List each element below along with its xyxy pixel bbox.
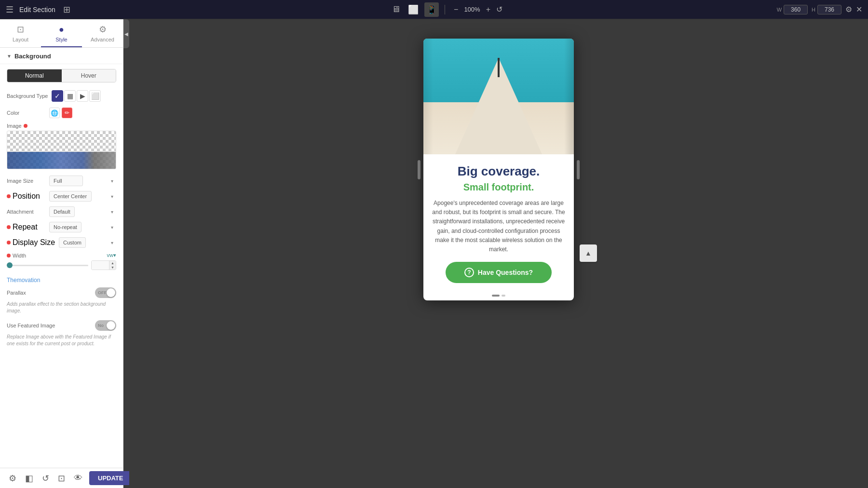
height-input-group: H (812, 5, 841, 14)
section-arrow-icon: ▼ (7, 54, 12, 59)
width-header: Width vw▾ (7, 252, 116, 258)
phone-preview: Big coverage. Small footprint. Apogee's … (423, 39, 574, 300)
repeat-wrapper: No-repeat Repeat Repeat-x Repeat-y (49, 222, 116, 232)
image-size-label: Image Size (7, 178, 45, 184)
tab-layout[interactable]: ⊡ Layout (0, 19, 41, 47)
parallax-toggle-knob (107, 288, 115, 297)
left-panel: ⊡ Layout ● Style ⚙ Advanced ▼ Background… (0, 19, 123, 488)
width-dot-indicator (7, 254, 11, 258)
update-button[interactable]: UPDATE (89, 471, 132, 485)
preview-subtitle: Small footprint. (432, 182, 565, 193)
position-select[interactable]: Center Center Top Left Top Right Bottom … (49, 191, 92, 202)
tablet-icon[interactable]: ⬜ (406, 2, 420, 17)
preview-body: Big coverage. Small footprint. Apogee's … (423, 154, 574, 291)
preview-cta-button[interactable]: ? Have Questions? (446, 262, 552, 283)
width-label: Width (13, 253, 26, 258)
style-tab-icon: ● (59, 25, 64, 35)
advanced-tab-label: Advanced (91, 37, 114, 42)
height-input[interactable] (817, 5, 841, 14)
image-label: Image (7, 123, 22, 129)
display-size-wrapper: Custom Auto Cover Contain (59, 237, 116, 248)
layers-bottom-icon[interactable]: ◧ (23, 471, 35, 486)
desktop-icon[interactable]: 🖥 (390, 2, 402, 16)
layout-tab-label: Layout (13, 37, 28, 42)
hamburger-icon[interactable]: ☰ (6, 4, 14, 15)
attachment-label: Attachment (7, 209, 45, 215)
bg-type-solid-button[interactable]: ✓ (52, 90, 63, 102)
position-label: Position (13, 192, 40, 201)
parallax-row: Parallax OFF (0, 285, 123, 300)
settings-icon[interactable]: ⚙ (845, 5, 852, 14)
position-label-group: Position (7, 192, 45, 201)
normal-state-button[interactable]: Normal (7, 69, 62, 82)
top-bar-left: ☰ Edit Section ⊞ (6, 4, 126, 15)
bg-type-icon-buttons: ✓ ▦ ▶ ⬜ (52, 90, 101, 102)
scroll-dot-2 (502, 295, 505, 297)
width-input-group: W (777, 5, 808, 14)
bg-type-gradient-button[interactable]: ▦ (64, 90, 76, 102)
image-size-wrapper: Full Large Medium Thumbnail (49, 176, 116, 186)
color-label: Color (7, 110, 45, 116)
tab-advanced[interactable]: ⚙ Advanced (82, 19, 123, 47)
color-picker-button[interactable]: ✏ (62, 108, 72, 118)
history-bottom-icon[interactable]: ↺ (40, 471, 51, 486)
background-type-label: Background Type (7, 93, 48, 99)
featured-image-helper-text: Replace Image above with the Featured Im… (0, 333, 123, 351)
width-up-arrow[interactable]: ▲ (109, 261, 116, 265)
scroll-dot-row (423, 291, 574, 300)
display-size-label: Display Size (13, 238, 55, 247)
zoom-out-button[interactable]: − (451, 4, 461, 15)
preview-bottom-icon[interactable]: 👁 (72, 471, 84, 485)
width-down-arrow[interactable]: ▼ (109, 265, 116, 270)
featured-image-toggle[interactable]: No (95, 320, 116, 331)
width-value-input[interactable] (92, 261, 109, 270)
top-bar-right: W H ⚙ ✕ (766, 5, 862, 14)
settings-bottom-icon[interactable]: ⚙ (7, 471, 18, 486)
parallax-toggle[interactable]: OFF (95, 287, 116, 298)
attachment-select[interactable]: Default Fixed Local Scroll (49, 206, 75, 217)
panel-content: ▼ Background Normal Hover Background Typ… (0, 48, 123, 468)
bg-type-slideshow-button[interactable]: ⬜ (89, 90, 101, 102)
image-label-row: Image (7, 123, 116, 129)
width-slider[interactable] (7, 265, 88, 266)
close-icon[interactable]: ✕ (856, 5, 862, 14)
repeat-row: Repeat No-repeat Repeat Repeat-x Repeat-… (0, 219, 123, 235)
panel-collapse-handle[interactable]: ◀ (123, 19, 129, 48)
width-value-input-group: ▲ ▼ (91, 260, 116, 270)
image-size-select[interactable]: Full Large Medium Thumbnail (49, 176, 83, 186)
grid-icon[interactable]: ⊞ (63, 4, 70, 15)
repeat-dot-indicator (7, 225, 11, 229)
image-preview[interactable] (7, 131, 116, 169)
attachment-row: Attachment Default Fixed Local Scroll (0, 204, 123, 219)
mobile-icon[interactable]: 📱 (424, 2, 439, 17)
navigator-bottom-icon[interactable]: ⊡ (56, 471, 67, 486)
zoom-in-button[interactable]: + (483, 4, 493, 15)
display-size-select[interactable]: Custom Auto Cover Contain (59, 237, 86, 248)
undo-icon[interactable]: ↺ (496, 5, 502, 14)
zoom-percent: 100% (464, 6, 480, 13)
parallax-helper-text: Adds parallax effect to the section back… (0, 300, 123, 318)
image-row: Image (0, 121, 123, 173)
hover-state-button[interactable]: Hover (62, 69, 116, 82)
cta-button-label: Have Questions? (478, 269, 533, 276)
width-input[interactable] (784, 5, 808, 14)
color-global-button[interactable]: 🌐 (49, 108, 60, 118)
tab-style[interactable]: ● Style (41, 19, 82, 47)
width-row: Width vw▾ ▲ ▼ (0, 250, 123, 272)
repeat-select[interactable]: No-repeat Repeat Repeat-x Repeat-y (49, 222, 81, 232)
width-unit-selector[interactable]: vw▾ (107, 252, 116, 258)
resize-handle-right[interactable] (577, 160, 580, 179)
attachment-wrapper: Default Fixed Local Scroll (49, 206, 116, 217)
background-section-header: ▼ Background (0, 48, 123, 64)
resize-handle-left[interactable] (418, 160, 420, 179)
top-bar-title: Edit Section (19, 6, 55, 14)
scroll-up-button[interactable]: ▲ (580, 244, 597, 262)
position-row: Position Center Center Top Left Top Righ… (0, 189, 123, 204)
bg-type-video-button[interactable]: ▶ (77, 90, 88, 102)
main-layout: ⊡ Layout ● Style ⚙ Advanced ▼ Background… (0, 19, 868, 488)
advanced-tab-icon: ⚙ (99, 24, 107, 35)
top-bar-center: 🖥 ⬜ 📱 − 100% + ↺ (132, 2, 760, 17)
repeat-label-group: Repeat (7, 223, 45, 231)
scroll-dot-1 (492, 295, 500, 297)
w-label: W (777, 7, 782, 13)
